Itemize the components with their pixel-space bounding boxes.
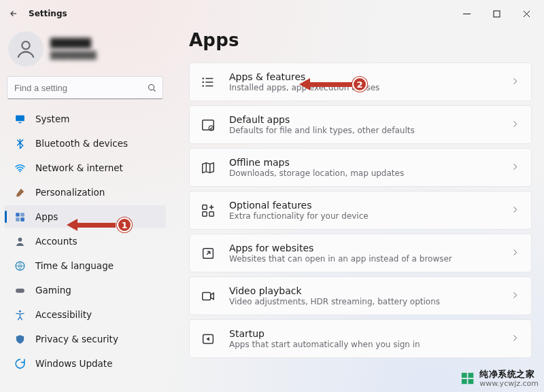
sidebar-item-globe-clock[interactable]: Time & language xyxy=(4,254,166,277)
card-map[interactable]: Offline mapsDownloads, storage location,… xyxy=(189,148,532,187)
system-icon xyxy=(14,113,26,125)
watermark-url: www.ycwjz.com xyxy=(479,379,539,388)
grid-plus-icon xyxy=(199,202,217,219)
chevron-right-icon xyxy=(511,289,520,302)
card-text: Apps & featuresInstalled apps, app execu… xyxy=(229,71,498,92)
svg-rect-0 xyxy=(494,11,500,17)
titlebar: Settings xyxy=(0,0,544,27)
card-text: Default appsDefaults for file and link t… xyxy=(229,114,498,135)
sidebar-item-label: Network & internet xyxy=(35,162,123,173)
sidebar-item-system[interactable]: System xyxy=(4,107,166,130)
chevron-right-icon xyxy=(511,118,520,131)
nav: SystemBluetooth & devicesNetwork & inter… xyxy=(4,107,166,375)
sidebar-item-label: Privacy & security xyxy=(35,334,118,344)
chevron-right-icon xyxy=(511,75,520,88)
sidebar-item-label: Bluetooth & devices xyxy=(35,138,128,149)
card-subtitle: Apps that start automatically when you s… xyxy=(229,340,498,349)
sidebar-item-label: Accounts xyxy=(35,236,78,247)
maximize-button[interactable] xyxy=(481,3,511,24)
body: ██████ ████████ SystemBluetooth & device… xyxy=(0,27,544,392)
search-box[interactable] xyxy=(7,76,163,99)
card-subtitle: Extra functionality for your device xyxy=(229,211,498,221)
main-pane: Apps Apps & featuresInstalled apps, app … xyxy=(170,27,544,392)
search-icon xyxy=(141,83,163,93)
profile-text: ██████ ████████ xyxy=(50,38,97,60)
svg-point-2 xyxy=(148,84,154,90)
card-title: Video playback xyxy=(229,285,498,296)
cards: Apps & featuresInstalled apps, app execu… xyxy=(189,63,532,358)
sidebar-item-apps[interactable]: Apps xyxy=(4,205,166,228)
svg-point-1 xyxy=(22,41,29,49)
profile-name: ██████ xyxy=(50,38,97,48)
card-subtitle: Defaults for file and link types, other … xyxy=(229,126,498,135)
card-startup[interactable]: StartupApps that start automatically whe… xyxy=(189,319,532,358)
card-list[interactable]: Apps & featuresInstalled apps, app execu… xyxy=(189,63,532,101)
card-subtitle: Downloads, storage location, map updates xyxy=(229,168,498,178)
card-title: Optional features xyxy=(229,200,498,211)
sidebar-item-brush[interactable]: Personalization xyxy=(4,181,166,204)
video-icon xyxy=(199,287,217,305)
sidebar-item-update[interactable]: Windows Update xyxy=(4,352,166,375)
card-open-in-app[interactable]: Apps for websitesWebsites that can open … xyxy=(189,234,532,272)
card-subtitle: Video adjustments, HDR streaming, batter… xyxy=(229,297,498,306)
sidebar-item-label: Apps xyxy=(35,211,58,222)
sidebar-item-shield[interactable]: Privacy & security xyxy=(4,327,166,351)
update-icon xyxy=(14,357,26,370)
chevron-right-icon xyxy=(511,161,520,174)
card-video[interactable]: Video playbackVideo adjustments, HDR str… xyxy=(189,277,532,315)
svg-rect-5 xyxy=(462,378,467,383)
sidebar-item-label: Time & language xyxy=(35,260,114,271)
map-icon xyxy=(199,159,217,177)
card-grid-plus[interactable]: Optional featuresExtra functionality for… xyxy=(189,191,532,230)
sidebar-item-gamepad[interactable]: Gaming xyxy=(4,279,166,302)
brush-icon xyxy=(14,186,26,198)
watermark-icon xyxy=(460,371,475,386)
startup-icon xyxy=(199,330,217,348)
sidebar-item-bluetooth[interactable]: Bluetooth & devices xyxy=(4,132,166,155)
card-title: Apps for websites xyxy=(229,243,498,253)
page-title: Apps xyxy=(189,30,532,50)
svg-rect-6 xyxy=(469,378,474,383)
profile-email: ████████ xyxy=(50,51,97,60)
person-icon xyxy=(14,235,26,247)
list-icon xyxy=(199,73,217,91)
sidebar-item-label: Accessibility xyxy=(35,309,92,320)
open-in-app-icon xyxy=(199,245,217,262)
apps-icon xyxy=(14,211,26,223)
card-title: Startup xyxy=(229,328,498,339)
accessibility-icon xyxy=(14,308,26,321)
minimize-button[interactable] xyxy=(452,3,481,24)
sidebar-item-label: Personalization xyxy=(35,187,105,198)
window-title: Settings xyxy=(29,9,452,18)
back-button[interactable] xyxy=(3,3,24,24)
card-subtitle: Installed apps, app execution aliases xyxy=(229,83,498,92)
shield-icon xyxy=(14,333,26,345)
gamepad-icon xyxy=(14,284,26,296)
card-text: StartupApps that start automatically whe… xyxy=(229,328,498,349)
sidebar: ██████ ████████ SystemBluetooth & device… xyxy=(0,27,170,392)
sidebar-item-label: Windows Update xyxy=(35,358,112,369)
settings-window: Settings ██████ ████████ xyxy=(0,0,544,392)
card-subtitle: Websites that can open in an app instead… xyxy=(229,254,498,264)
card-text: Optional featuresExtra functionality for… xyxy=(229,200,498,221)
search-input[interactable] xyxy=(7,83,141,93)
chevron-right-icon xyxy=(511,332,520,345)
sidebar-item-accessibility[interactable]: Accessibility xyxy=(4,303,166,326)
watermark: 纯净系统之家 www.ycwjz.com xyxy=(460,368,539,388)
sidebar-item-label: System xyxy=(35,113,69,124)
card-text: Offline mapsDownloads, storage location,… xyxy=(229,157,498,178)
globe-clock-icon xyxy=(14,260,26,272)
card-title: Default apps xyxy=(229,114,498,125)
default-apps-icon xyxy=(199,116,217,134)
svg-rect-4 xyxy=(469,372,474,377)
card-text: Video playbackVideo adjustments, HDR str… xyxy=(229,285,498,306)
card-title: Apps & features xyxy=(229,71,498,82)
wifi-icon xyxy=(14,162,26,174)
window-controls xyxy=(452,3,541,24)
sidebar-item-person[interactable]: Accounts xyxy=(4,230,166,253)
profile[interactable]: ██████ ████████ xyxy=(4,27,166,76)
avatar xyxy=(8,31,44,67)
close-button[interactable] xyxy=(511,3,541,24)
card-default-apps[interactable]: Default appsDefaults for file and link t… xyxy=(189,105,532,144)
sidebar-item-wifi[interactable]: Network & internet xyxy=(4,156,166,179)
